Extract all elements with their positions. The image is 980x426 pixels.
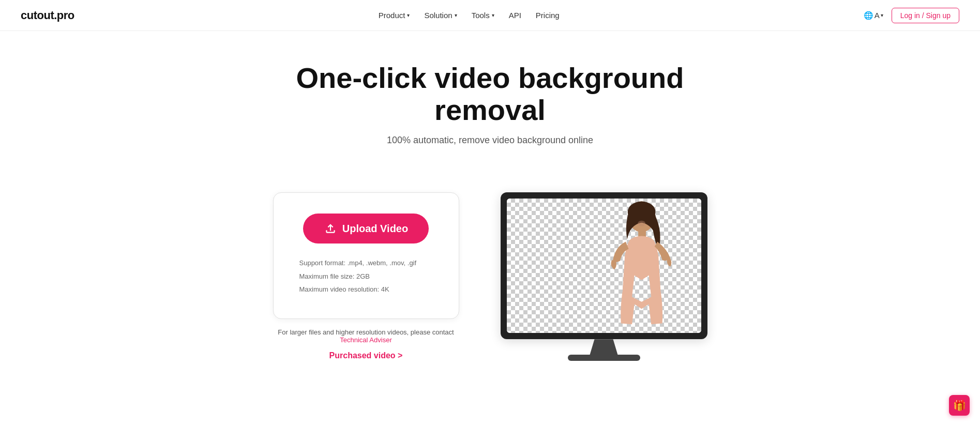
tools-chevron-icon: ▾	[492, 12, 494, 18]
resolution-label: Maximum video resolution: 4K	[299, 284, 433, 295]
product-chevron-icon: ▾	[407, 12, 410, 18]
nav-right: 🌐 A ▾ Log in / Sign up	[864, 8, 959, 23]
lang-chevron-icon: ▾	[881, 12, 883, 18]
nav-solution[interactable]: Solution ▾	[424, 11, 457, 20]
gift-badge[interactable]: 🎁	[949, 395, 970, 416]
woman-svg	[593, 199, 686, 333]
purchased-link[interactable]: Purchased video >	[273, 351, 459, 360]
nav-api[interactable]: API	[509, 11, 521, 20]
language-button[interactable]: 🌐 A ▾	[864, 11, 883, 20]
contact-line: For larger files and higher resolution v…	[273, 328, 459, 344]
size-label: Maximum file size: 2GB	[299, 271, 433, 282]
login-button[interactable]: Log in / Sign up	[892, 8, 959, 23]
main-content: Upload Video Support format: .mp4, .webm…	[0, 192, 980, 392]
nav-product[interactable]: Product ▾	[379, 11, 410, 20]
nav-pricing[interactable]: Pricing	[536, 11, 560, 20]
monitor	[501, 192, 707, 339]
format-label: Support format: .mp4, .webm, .mov, .gif	[299, 258, 433, 268]
solution-chevron-icon: ▾	[455, 12, 457, 18]
monitor-base	[568, 355, 640, 361]
monitor-screen	[507, 199, 701, 333]
nav-tools[interactable]: Tools ▾	[472, 11, 494, 20]
upload-info: Support format: .mp4, .webm, .mov, .gif …	[299, 258, 433, 298]
upload-icon	[324, 222, 337, 235]
svg-point-3	[638, 221, 645, 226]
upload-card: Upload Video Support format: .mp4, .webm…	[273, 192, 459, 319]
hero-subtitle: 100% automatic, remove video background …	[387, 135, 593, 146]
monitor-neck	[589, 339, 620, 355]
logo[interactable]: cutout.pro	[21, 9, 74, 22]
technical-adviser-link[interactable]: Technical Adviser	[340, 336, 391, 344]
hero-title: One-click video background removal	[258, 62, 723, 126]
upload-button[interactable]: Upload Video	[303, 214, 429, 244]
hero-section: One-click video background removal 100% …	[0, 31, 980, 192]
nav-links: Product ▾ Solution ▾ Tools ▾ API Pricing	[379, 11, 560, 20]
navbar: cutout.pro Product ▾ Solution ▾ Tools ▾ …	[0, 0, 980, 31]
monitor-container	[501, 192, 707, 361]
language-icon: 🌐	[864, 11, 873, 20]
woman-figure	[593, 199, 686, 333]
upload-section: Upload Video Support format: .mp4, .webm…	[273, 192, 459, 360]
